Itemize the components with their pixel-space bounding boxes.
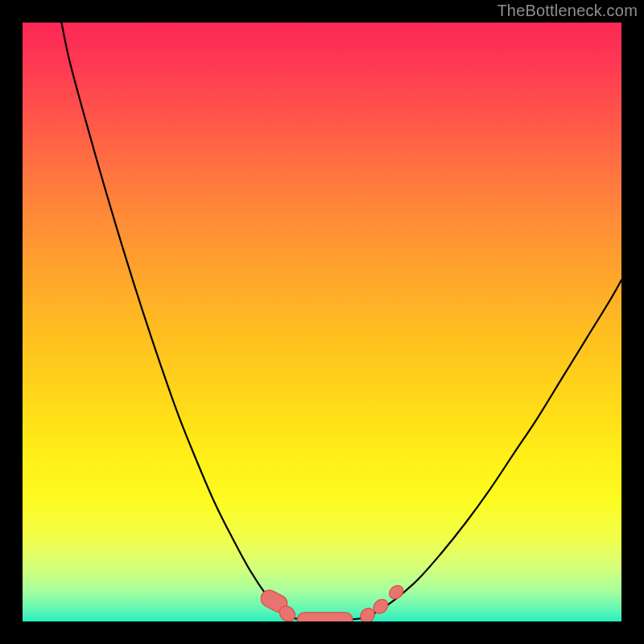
curve-layer [23, 23, 621, 621]
plot-area [23, 23, 621, 621]
curve-markers [258, 583, 406, 621]
curve-marker-2 [298, 613, 353, 621]
chart-frame: TheBottleneck.com [0, 0, 644, 644]
bottleneck-curve [61, 23, 621, 620]
curve-path [61, 23, 621, 620]
watermark-text: TheBottleneck.com [497, 2, 638, 20]
curve-marker-5 [386, 583, 406, 601]
